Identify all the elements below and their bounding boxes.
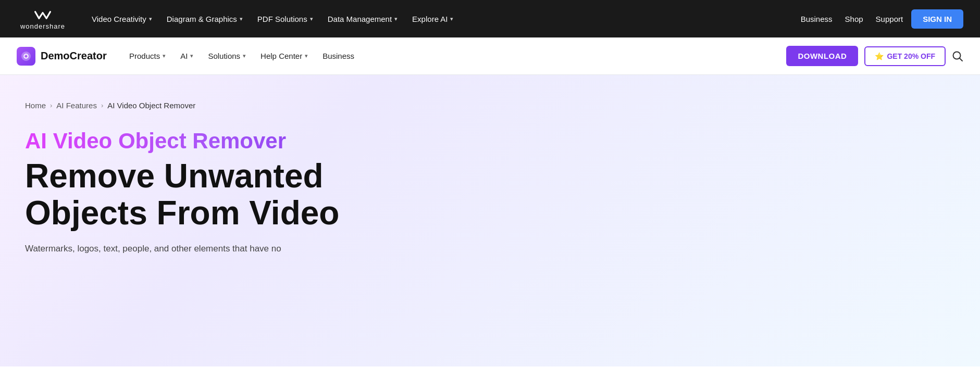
breadcrumb: Home › AI Features › AI Video Object Rem…: [25, 101, 390, 110]
content-left: Home › AI Features › AI Video Object Rem…: [25, 96, 390, 256]
second-nav-links: Products ▾ AI ▾ Solutions ▾ Help Center …: [123, 47, 774, 65]
chevron-down-icon: ▾: [450, 16, 453, 22]
nav-diagram-graphics[interactable]: Diagram & Graphics ▾: [160, 10, 249, 28]
star-icon: ⭐: [875, 52, 884, 60]
chevron-down-icon: ▾: [305, 53, 308, 59]
wondershare-logo-icon: [33, 8, 52, 22]
chevron-down-icon: ▾: [243, 53, 246, 59]
democreator-icon-svg: [20, 50, 32, 62]
product-name: DemoCreator: [41, 50, 107, 62]
main-content: Home › AI Features › AI Video Object Rem…: [0, 75, 980, 366]
top-nav-right: Business Shop Support SIGN IN: [797, 9, 963, 29]
nav-pdf-solutions[interactable]: PDF Solutions ▾: [251, 10, 319, 28]
nav-explore-ai[interactable]: Explore AI ▾: [406, 10, 460, 28]
chevron-down-icon: ▾: [394, 16, 398, 22]
breadcrumb-separator: ›: [101, 102, 103, 109]
breadcrumb-separator: ›: [50, 102, 52, 109]
sec-nav-ai[interactable]: AI ▾: [174, 47, 200, 65]
sign-in-button[interactable]: SIGN IN: [911, 9, 963, 29]
breadcrumb-ai-features[interactable]: AI Features: [56, 101, 97, 110]
nav-video-creativity[interactable]: Video Creativity ▾: [85, 10, 158, 28]
top-nav-links: Video Creativity ▾ Diagram & Graphics ▾ …: [85, 10, 780, 28]
nav-shop[interactable]: Shop: [841, 10, 867, 28]
chevron-down-icon: ▾: [310, 16, 313, 22]
chevron-down-icon: ▾: [149, 16, 152, 22]
top-navigation: wondershare Video Creativity ▾ Diagram &…: [0, 0, 980, 37]
nav-data-management[interactable]: Data Management ▾: [321, 10, 404, 28]
nav-business[interactable]: Business: [797, 10, 837, 28]
download-button[interactable]: DOWNLOAD: [786, 46, 858, 66]
second-navigation: DemoCreator Products ▾ AI ▾ Solutions ▾ …: [0, 37, 980, 75]
search-button[interactable]: [952, 50, 963, 62]
hero-description: Watermarks, logos, text, people, and oth…: [25, 242, 317, 256]
wondershare-logo[interactable]: wondershare: [17, 8, 69, 30]
sec-nav-products[interactable]: Products ▾: [123, 47, 172, 65]
chevron-down-icon: ▾: [190, 53, 193, 59]
chevron-down-icon: ▾: [240, 16, 243, 22]
discount-button[interactable]: ⭐ GET 20% OFF: [864, 46, 946, 66]
wondershare-logo-text: wondershare: [20, 22, 65, 30]
breadcrumb-current: AI Video Object Remover: [107, 101, 195, 110]
search-icon: [952, 50, 963, 62]
sec-nav-solutions[interactable]: Solutions ▾: [202, 47, 252, 65]
nav-support[interactable]: Support: [872, 10, 908, 28]
breadcrumb-home[interactable]: Home: [25, 101, 46, 110]
chevron-down-icon: ▾: [163, 53, 166, 59]
hero-subtitle: AI Video Object Remover: [25, 129, 390, 154]
democreator-logo-icon: [17, 47, 35, 66]
second-nav-right: DOWNLOAD ⭐ GET 20% OFF: [786, 46, 963, 66]
svg-line-3: [960, 58, 963, 61]
hero-title: Remove Unwanted Objects From Video: [25, 158, 390, 231]
sec-nav-business[interactable]: Business: [316, 47, 361, 65]
sec-nav-help-center[interactable]: Help Center ▾: [254, 47, 314, 65]
democreator-logo[interactable]: DemoCreator: [17, 47, 110, 66]
